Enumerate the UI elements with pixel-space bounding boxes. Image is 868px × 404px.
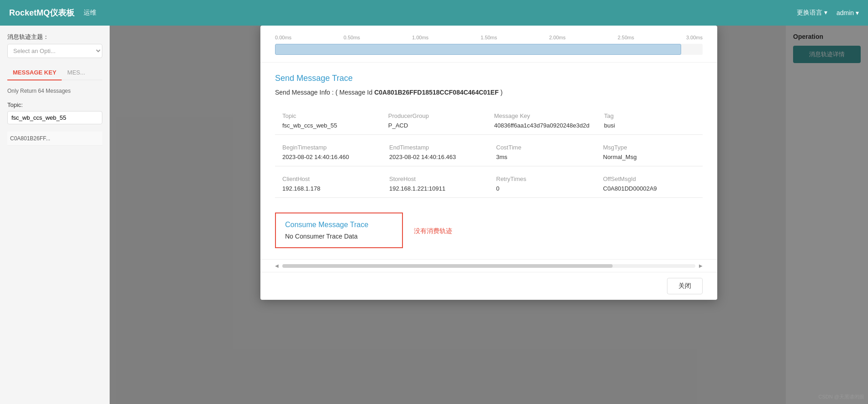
- scrollbar-thumb: [282, 264, 613, 268]
- subtitle-suffix: ): [499, 89, 503, 96]
- info-grid-row2: BeginTimestamp 2023-08-02 14:40:16.460 E…: [275, 138, 703, 166]
- admin-menu[interactable]: admin ▾: [836, 9, 859, 16]
- value-store-host: 192.168.1.221:10911: [389, 185, 482, 192]
- scroll-right-arrow[interactable]: ▶: [699, 263, 703, 268]
- tick-4: 2.00ms: [549, 35, 566, 40]
- value-msg-type: Normal_Msg: [603, 154, 695, 160]
- sidebar: 消息轨迹主题： Select an Opti... MESSAGE KEY ME…: [0, 26, 110, 404]
- send-trace-subtitle: Send Message Info : ( Message Id C0A801B…: [275, 89, 703, 96]
- field-retry-times: RetryTimes 0: [489, 170, 596, 198]
- topbar-nav[interactable]: 运维: [84, 9, 96, 17]
- topic-input[interactable]: [7, 111, 102, 124]
- only-return-label: Only Return 64 Messages: [7, 88, 102, 94]
- field-begin-timestamp: BeginTimestamp 2023-08-02 14:40:16.460: [275, 138, 382, 166]
- consume-box: Consume Message Trace No Consumer Trace …: [275, 213, 403, 248]
- field-producer-group: ProducerGroup P_ACD: [381, 107, 487, 135]
- modal-dialog: 0.00ms 0.50ms 1.00ms 1.50ms 2.00ms 2.50m…: [260, 26, 717, 300]
- value-begin-timestamp: 2023-08-02 14:40:16.460: [282, 154, 375, 160]
- consume-trace-title: Consume Message Trace: [285, 221, 393, 229]
- field-message-key: Message Key 40836ff6aa1c43d79a0920248e3d…: [487, 107, 597, 135]
- tick-0: 0.00ms: [275, 35, 291, 40]
- field-msg-type: MsgType Normal_Msg: [596, 138, 703, 166]
- value-offset-msg-id: C0A801DD00002A9: [603, 185, 695, 192]
- tab-message-key[interactable]: MESSAGE KEY: [7, 65, 62, 80]
- timeline-bar: [275, 44, 703, 55]
- tab-mes[interactable]: MES...: [62, 65, 90, 80]
- field-cost-time: CostTime 3ms: [489, 138, 596, 166]
- horizontal-scrollbar: ◀ ▶: [260, 259, 717, 272]
- scrollbar-track[interactable]: [282, 264, 695, 268]
- timeline-axis: 0.00ms 0.50ms 1.00ms 1.50ms 2.00ms 2.50m…: [275, 35, 703, 40]
- label-retry-times: RetryTimes: [496, 175, 588, 182]
- value-client-host: 192.168.1.178: [282, 185, 375, 192]
- field-tag: Tag busi: [597, 107, 703, 135]
- info-grid-row1: Topic fsc_wb_ccs_web_55 ProducerGroup P_…: [275, 107, 703, 135]
- info-grid-row3: ClientHost 192.168.1.178 StoreHost 192.1…: [275, 170, 703, 198]
- value-producer-group: P_ACD: [388, 122, 480, 129]
- timeline-fill: [275, 44, 681, 55]
- label-begin-timestamp: BeginTimestamp: [282, 144, 375, 151]
- label-msg-type: MsgType: [603, 144, 695, 151]
- send-trace-title: Send Message Trace: [275, 74, 703, 83]
- brand-title: RocketMQ仪表板: [9, 7, 74, 18]
- label-cost-time: CostTime: [496, 144, 588, 151]
- topic-section-label: 消息轨迹主题：: [7, 33, 102, 41]
- subtitle-prefix: Send Message Info : ( Message Id: [275, 89, 374, 96]
- label-offset-msg-id: OffSetMsgId: [603, 175, 695, 182]
- field-client-host: ClientHost 192.168.1.178: [275, 170, 382, 198]
- value-message-key: 40836ff6aa1c43d79a0920248e3d2d: [494, 122, 590, 129]
- topbar-right: 更换语言 ▾ admin ▾: [797, 9, 859, 17]
- topbar-left: RocketMQ仪表板 运维: [9, 7, 96, 18]
- watermark: CSDN @天黑请闭眼: [819, 393, 864, 400]
- consume-no-data: No Consumer Trace Data: [285, 233, 393, 240]
- label-producer-group: ProducerGroup: [388, 112, 480, 119]
- message-id: C0A801B26FFD18518CCF084C464C01EF: [374, 89, 498, 96]
- field-offset-msg-id: OffSetMsgId C0A801DD00002A9: [596, 170, 703, 198]
- message-row[interactable]: C0A801B26FF...: [7, 132, 102, 146]
- label-tag: Tag: [604, 112, 695, 119]
- tick-6: 3.00ms: [686, 35, 703, 40]
- tick-2: 1.00ms: [412, 35, 429, 40]
- value-end-timestamp: 2023-08-02 14:40:16.463: [389, 154, 482, 160]
- tick-3: 1.50ms: [481, 35, 497, 40]
- label-client-host: ClientHost: [282, 175, 375, 182]
- modal-footer: 关闭: [260, 272, 717, 300]
- value-tag: busi: [604, 122, 695, 129]
- value-topic: fsc_wb_ccs_web_55: [282, 122, 374, 129]
- send-trace-section: Send Message Trace Send Message Info : (…: [260, 63, 717, 213]
- consume-no-trace-message: 没有消费轨迹: [414, 225, 452, 235]
- label-message-key: Message Key: [494, 112, 590, 119]
- label-topic: Topic: [282, 112, 374, 119]
- sidebar-tabs: MESSAGE KEY MES...: [7, 65, 102, 80]
- tick-5: 2.50ms: [618, 35, 634, 40]
- value-retry-times: 0: [496, 185, 588, 192]
- topic-label: Topic:: [7, 101, 102, 108]
- label-store-host: StoreHost: [389, 175, 482, 182]
- close-button[interactable]: 关闭: [667, 278, 703, 294]
- field-topic: Topic fsc_wb_ccs_web_55: [275, 107, 381, 135]
- value-cost-time: 3ms: [496, 154, 588, 160]
- timeline-section: 0.00ms 0.50ms 1.00ms 1.50ms 2.00ms 2.50m…: [260, 26, 717, 63]
- field-store-host: StoreHost 192.168.1.221:10911: [382, 170, 489, 198]
- label-end-timestamp: EndTimestamp: [389, 144, 482, 151]
- consume-section: Consume Message Trace No Consumer Trace …: [260, 213, 717, 259]
- topbar: RocketMQ仪表板 运维 更换语言 ▾ admin ▾: [0, 0, 868, 26]
- topic-select[interactable]: Select an Opti...: [7, 44, 102, 58]
- field-end-timestamp: EndTimestamp 2023-08-02 14:40:16.463: [382, 138, 489, 166]
- lang-switcher[interactable]: 更换语言 ▾: [797, 9, 827, 17]
- tick-1: 0.50ms: [344, 35, 360, 40]
- modal-overlay: 0.00ms 0.50ms 1.00ms 1.50ms 2.00ms 2.50m…: [110, 26, 868, 404]
- scroll-left-arrow[interactable]: ◀: [275, 263, 279, 268]
